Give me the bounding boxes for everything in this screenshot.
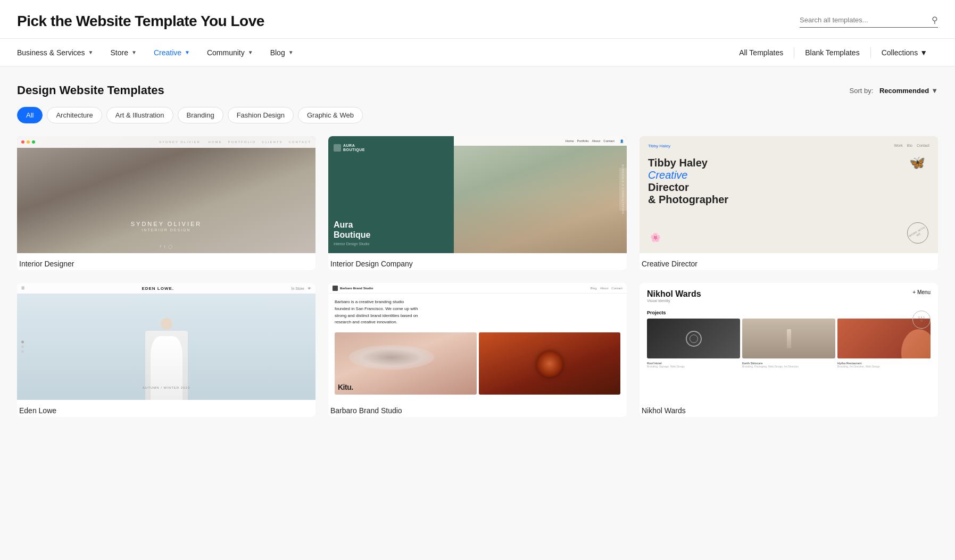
template-label: Interior Design Company — [328, 253, 627, 270]
template-preview: SYDNEY OLIVIER HOME PORTFOLIO CLIENTS CO… — [17, 136, 315, 253]
top-header: Pick the Website Template You Love ⚲ — [0, 0, 955, 39]
filter-pill-branding[interactable]: Branding — [178, 107, 223, 123]
template-label: Eden Lowe — [17, 400, 315, 417]
section-header: Design Website Templates Sort by: Recomm… — [17, 83, 938, 97]
main-content: Design Website Templates Sort by: Recomm… — [0, 66, 955, 560]
search-input[interactable] — [800, 16, 928, 24]
search-icon: ⚲ — [932, 15, 938, 25]
nav-item-blog[interactable]: Blog ▼ — [262, 39, 302, 66]
nav-item-community[interactable]: Community ▼ — [198, 39, 262, 66]
section-title: Design Website Templates — [17, 83, 164, 97]
template-label: Barbaro Brand Studio — [328, 400, 627, 417]
template-preview: AURABOUTIQUE AuraBoutique Interior Desig… — [328, 136, 627, 253]
template-card-barbaro[interactable]: Barbaro Brand Studio BlogAboutContact Ba… — [328, 283, 627, 417]
nav-item-all-templates[interactable]: All Templates — [728, 39, 794, 66]
template-grid: SYDNEY OLIVIER HOME PORTFOLIO CLIENTS CO… — [17, 136, 938, 417]
chevron-down-icon: ▼ — [288, 49, 294, 55]
chevron-down-icon: ▼ — [920, 48, 927, 57]
template-card-interior-design-company[interactable]: AURABOUTIQUE AuraBoutique Interior Desig… — [328, 136, 627, 270]
filter-pill-architecture[interactable]: Architecture — [47, 107, 102, 123]
template-card-creative-director[interactable]: Tibby Haley WorkBioContact Tibby Haley C… — [640, 136, 938, 270]
page-title: Pick the Website Template You Love — [17, 13, 264, 30]
nav-item-collections[interactable]: Collections ▼ — [871, 39, 938, 66]
chevron-down-icon: ▼ — [131, 49, 137, 55]
template-preview: Barbaro Brand Studio BlogAboutContact Ba… — [328, 283, 627, 400]
template-card-nikhol-wards[interactable]: Nikhol Wards Visual Identity + Menu Proj… — [640, 283, 938, 417]
template-label: Creative Director — [640, 253, 938, 270]
nav-item-creative[interactable]: Creative ▼ — [145, 39, 198, 66]
filter-pill-art-illustration[interactable]: Art & Illustration — [106, 107, 173, 123]
nav-item-blank-templates[interactable]: Blank Templates — [794, 39, 870, 66]
template-preview: Nikhol Wards Visual Identity + Menu Proj… — [640, 283, 938, 400]
nav-item-store[interactable]: Store ▼ — [102, 39, 145, 66]
template-label: Interior Designer — [17, 253, 315, 270]
template-card-interior-designer[interactable]: SYDNEY OLIVIER HOME PORTFOLIO CLIENTS CO… — [17, 136, 315, 270]
sort-by-control[interactable]: Sort by: Recommended ▼ — [850, 87, 939, 95]
template-preview: ☰ EDEN LOWE. In Store 👁 — [17, 283, 315, 400]
search-wrapper[interactable]: ⚲ — [800, 15, 938, 28]
template-preview: Tibby Haley WorkBioContact Tibby Haley C… — [640, 136, 938, 253]
chevron-down-icon: ▼ — [931, 87, 938, 95]
nav-right: All Templates Blank Templates Collection… — [728, 39, 938, 66]
chevron-down-icon: ▼ — [248, 49, 253, 55]
chevron-down-icon: ▼ — [185, 49, 190, 55]
nav-bar: Business & Services ▼ Store ▼ Creative ▼… — [0, 39, 955, 66]
nav-item-business[interactable]: Business & Services ▼ — [17, 39, 102, 66]
chevron-down-icon: ▼ — [88, 49, 94, 55]
filter-pill-graphic-web[interactable]: Graphic & Web — [298, 107, 363, 123]
template-label: Nikhol Wards — [640, 400, 938, 417]
filter-pill-all[interactable]: All — [17, 107, 43, 123]
filter-pills: All Architecture Art & Illustration Bran… — [17, 107, 938, 123]
template-card-eden-lowe[interactable]: ☰ EDEN LOWE. In Store 👁 — [17, 283, 315, 417]
filter-pill-fashion-design[interactable]: Fashion Design — [228, 107, 294, 123]
nav-left: Business & Services ▼ Store ▼ Creative ▼… — [17, 39, 728, 66]
